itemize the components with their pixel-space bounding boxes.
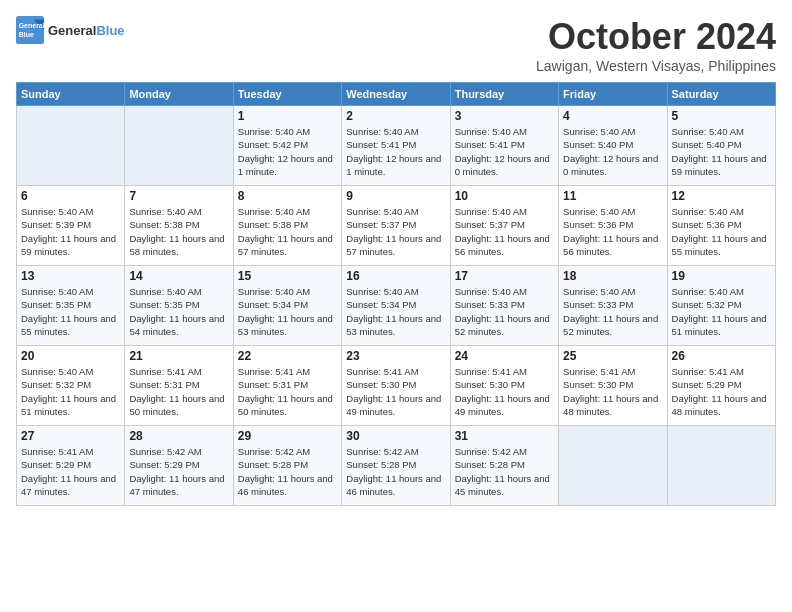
day-number: 30 xyxy=(346,429,445,443)
day-cell: 14Sunrise: 5:40 AM Sunset: 5:35 PM Dayli… xyxy=(125,266,233,346)
day-info: Sunrise: 5:40 AM Sunset: 5:34 PM Dayligh… xyxy=(346,285,445,338)
day-number: 7 xyxy=(129,189,228,203)
day-info: Sunrise: 5:40 AM Sunset: 5:35 PM Dayligh… xyxy=(129,285,228,338)
day-cell: 17Sunrise: 5:40 AM Sunset: 5:33 PM Dayli… xyxy=(450,266,558,346)
day-number: 31 xyxy=(455,429,554,443)
day-number: 24 xyxy=(455,349,554,363)
svg-text:Blue: Blue xyxy=(19,31,34,38)
week-row-2: 6Sunrise: 5:40 AM Sunset: 5:39 PM Daylig… xyxy=(17,186,776,266)
day-number: 4 xyxy=(563,109,662,123)
day-number: 14 xyxy=(129,269,228,283)
day-cell xyxy=(125,106,233,186)
column-header-monday: Monday xyxy=(125,83,233,106)
column-header-sunday: Sunday xyxy=(17,83,125,106)
day-info: Sunrise: 5:41 AM Sunset: 5:29 PM Dayligh… xyxy=(672,365,771,418)
day-number: 11 xyxy=(563,189,662,203)
day-cell: 21Sunrise: 5:41 AM Sunset: 5:31 PM Dayli… xyxy=(125,346,233,426)
day-number: 25 xyxy=(563,349,662,363)
day-cell: 31Sunrise: 5:42 AM Sunset: 5:28 PM Dayli… xyxy=(450,426,558,506)
column-header-friday: Friday xyxy=(559,83,667,106)
day-info: Sunrise: 5:42 AM Sunset: 5:28 PM Dayligh… xyxy=(346,445,445,498)
day-info: Sunrise: 5:41 AM Sunset: 5:30 PM Dayligh… xyxy=(346,365,445,418)
day-number: 5 xyxy=(672,109,771,123)
logo: General Blue GeneralBlue xyxy=(16,16,125,44)
day-cell: 26Sunrise: 5:41 AM Sunset: 5:29 PM Dayli… xyxy=(667,346,775,426)
title-block: October 2024 Lawigan, Western Visayas, P… xyxy=(536,16,776,74)
day-cell: 16Sunrise: 5:40 AM Sunset: 5:34 PM Dayli… xyxy=(342,266,450,346)
day-cell: 7Sunrise: 5:40 AM Sunset: 5:38 PM Daylig… xyxy=(125,186,233,266)
week-row-3: 13Sunrise: 5:40 AM Sunset: 5:35 PM Dayli… xyxy=(17,266,776,346)
day-cell: 12Sunrise: 5:40 AM Sunset: 5:36 PM Dayli… xyxy=(667,186,775,266)
day-info: Sunrise: 5:41 AM Sunset: 5:29 PM Dayligh… xyxy=(21,445,120,498)
day-cell: 27Sunrise: 5:41 AM Sunset: 5:29 PM Dayli… xyxy=(17,426,125,506)
day-number: 19 xyxy=(672,269,771,283)
day-info: Sunrise: 5:40 AM Sunset: 5:33 PM Dayligh… xyxy=(563,285,662,338)
column-header-wednesday: Wednesday xyxy=(342,83,450,106)
svg-text:General: General xyxy=(19,22,44,29)
day-info: Sunrise: 5:40 AM Sunset: 5:38 PM Dayligh… xyxy=(129,205,228,258)
day-cell: 28Sunrise: 5:42 AM Sunset: 5:29 PM Dayli… xyxy=(125,426,233,506)
day-cell: 1Sunrise: 5:40 AM Sunset: 5:42 PM Daylig… xyxy=(233,106,341,186)
day-number: 20 xyxy=(21,349,120,363)
day-number: 29 xyxy=(238,429,337,443)
day-cell xyxy=(667,426,775,506)
day-number: 27 xyxy=(21,429,120,443)
day-cell: 25Sunrise: 5:41 AM Sunset: 5:30 PM Dayli… xyxy=(559,346,667,426)
day-cell: 8Sunrise: 5:40 AM Sunset: 5:38 PM Daylig… xyxy=(233,186,341,266)
day-info: Sunrise: 5:40 AM Sunset: 5:32 PM Dayligh… xyxy=(672,285,771,338)
day-info: Sunrise: 5:40 AM Sunset: 5:32 PM Dayligh… xyxy=(21,365,120,418)
week-row-4: 20Sunrise: 5:40 AM Sunset: 5:32 PM Dayli… xyxy=(17,346,776,426)
day-cell: 29Sunrise: 5:42 AM Sunset: 5:28 PM Dayli… xyxy=(233,426,341,506)
day-number: 16 xyxy=(346,269,445,283)
day-cell: 30Sunrise: 5:42 AM Sunset: 5:28 PM Dayli… xyxy=(342,426,450,506)
day-number: 1 xyxy=(238,109,337,123)
day-number: 26 xyxy=(672,349,771,363)
day-number: 17 xyxy=(455,269,554,283)
day-number: 13 xyxy=(21,269,120,283)
day-cell xyxy=(17,106,125,186)
day-info: Sunrise: 5:40 AM Sunset: 5:34 PM Dayligh… xyxy=(238,285,337,338)
day-info: Sunrise: 5:40 AM Sunset: 5:40 PM Dayligh… xyxy=(672,125,771,178)
day-info: Sunrise: 5:40 AM Sunset: 5:35 PM Dayligh… xyxy=(21,285,120,338)
day-info: Sunrise: 5:42 AM Sunset: 5:28 PM Dayligh… xyxy=(238,445,337,498)
day-info: Sunrise: 5:40 AM Sunset: 5:37 PM Dayligh… xyxy=(346,205,445,258)
page-header: General Blue GeneralBlue October 2024 La… xyxy=(16,16,776,74)
day-number: 28 xyxy=(129,429,228,443)
day-cell: 3Sunrise: 5:40 AM Sunset: 5:41 PM Daylig… xyxy=(450,106,558,186)
day-info: Sunrise: 5:40 AM Sunset: 5:40 PM Dayligh… xyxy=(563,125,662,178)
day-info: Sunrise: 5:42 AM Sunset: 5:29 PM Dayligh… xyxy=(129,445,228,498)
day-cell: 5Sunrise: 5:40 AM Sunset: 5:40 PM Daylig… xyxy=(667,106,775,186)
day-cell: 11Sunrise: 5:40 AM Sunset: 5:36 PM Dayli… xyxy=(559,186,667,266)
day-cell xyxy=(559,426,667,506)
header-row: SundayMondayTuesdayWednesdayThursdayFrid… xyxy=(17,83,776,106)
month-title: October 2024 xyxy=(536,16,776,58)
day-info: Sunrise: 5:42 AM Sunset: 5:28 PM Dayligh… xyxy=(455,445,554,498)
day-info: Sunrise: 5:40 AM Sunset: 5:36 PM Dayligh… xyxy=(672,205,771,258)
day-cell: 6Sunrise: 5:40 AM Sunset: 5:39 PM Daylig… xyxy=(17,186,125,266)
day-number: 2 xyxy=(346,109,445,123)
location-subtitle: Lawigan, Western Visayas, Philippines xyxy=(536,58,776,74)
day-cell: 23Sunrise: 5:41 AM Sunset: 5:30 PM Dayli… xyxy=(342,346,450,426)
day-cell: 2Sunrise: 5:40 AM Sunset: 5:41 PM Daylig… xyxy=(342,106,450,186)
week-row-5: 27Sunrise: 5:41 AM Sunset: 5:29 PM Dayli… xyxy=(17,426,776,506)
day-number: 6 xyxy=(21,189,120,203)
day-info: Sunrise: 5:41 AM Sunset: 5:30 PM Dayligh… xyxy=(563,365,662,418)
day-number: 12 xyxy=(672,189,771,203)
day-number: 22 xyxy=(238,349,337,363)
day-number: 15 xyxy=(238,269,337,283)
day-cell: 13Sunrise: 5:40 AM Sunset: 5:35 PM Dayli… xyxy=(17,266,125,346)
day-cell: 10Sunrise: 5:40 AM Sunset: 5:37 PM Dayli… xyxy=(450,186,558,266)
column-header-saturday: Saturday xyxy=(667,83,775,106)
day-number: 8 xyxy=(238,189,337,203)
logo-icon: General Blue xyxy=(16,16,44,44)
day-number: 10 xyxy=(455,189,554,203)
day-number: 18 xyxy=(563,269,662,283)
day-cell: 19Sunrise: 5:40 AM Sunset: 5:32 PM Dayli… xyxy=(667,266,775,346)
day-cell: 20Sunrise: 5:40 AM Sunset: 5:32 PM Dayli… xyxy=(17,346,125,426)
day-cell: 22Sunrise: 5:41 AM Sunset: 5:31 PM Dayli… xyxy=(233,346,341,426)
day-cell: 18Sunrise: 5:40 AM Sunset: 5:33 PM Dayli… xyxy=(559,266,667,346)
day-info: Sunrise: 5:40 AM Sunset: 5:33 PM Dayligh… xyxy=(455,285,554,338)
column-header-thursday: Thursday xyxy=(450,83,558,106)
day-cell: 15Sunrise: 5:40 AM Sunset: 5:34 PM Dayli… xyxy=(233,266,341,346)
day-number: 9 xyxy=(346,189,445,203)
